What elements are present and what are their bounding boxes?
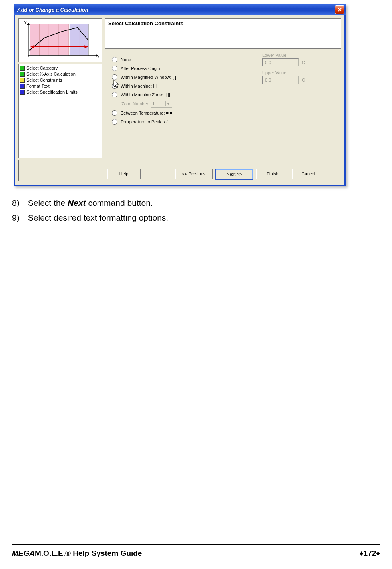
lower-value-unit: C — [302, 60, 305, 65]
zone-number-row: Zone Number 1 ▾ — [121, 99, 338, 109]
radio-label: Between Temperature: = = — [121, 111, 172, 115]
radio-icon[interactable] — [112, 92, 117, 97]
chevron-down-icon: ▾ — [165, 101, 171, 106]
instruction-text: 8) Select the Next command button. 9) Se… — [12, 197, 380, 224]
wizard-steps-list: Select Category Select X-Axis Calculatio… — [18, 64, 102, 158]
footer-rule — [12, 544, 380, 546]
step-color-icon — [20, 90, 25, 95]
radio-option-within-machine-zone[interactable]: Within Machine Zone: || || — [112, 90, 338, 99]
step-color-icon — [20, 78, 25, 83]
step-label: Format Text — [26, 83, 50, 89]
step-text: Select the — [28, 198, 68, 207]
step-color-icon — [20, 66, 25, 71]
step-label: Select X-Axis Calculation — [26, 71, 76, 77]
zone-number-value: 1 — [152, 101, 155, 106]
radio-icon[interactable] — [112, 119, 117, 125]
next-button[interactable]: Next >> — [215, 169, 253, 180]
wizard-dialog: Add or Change a Calculation ✕ Y X — [14, 4, 346, 186]
zone-number-label: Zone Number — [121, 101, 148, 106]
step-text: command button. — [86, 198, 153, 207]
step-label: Select Specification Limits — [26, 89, 78, 95]
page-number: ♦172♦ — [360, 549, 380, 558]
radio-icon[interactable] — [112, 74, 117, 80]
close-icon[interactable]: ✕ — [335, 5, 344, 14]
wizard-step: Select Category — [20, 65, 101, 71]
page-number-value: 172 — [364, 549, 376, 557]
step-label: Select Category — [26, 65, 58, 71]
lower-value-label: Lower Value — [262, 53, 334, 58]
previous-button[interactable]: << Previous — [175, 169, 213, 179]
wizard-main: Select Calculation Constraints None Afte… — [105, 18, 341, 181]
cancel-button[interactable]: Cancel — [292, 169, 325, 179]
upper-value-unit: C — [302, 78, 305, 82]
upper-value-label: Upper Value — [262, 70, 334, 75]
footer-title-rest: M.O.L.E.® Help System Guide — [35, 549, 142, 557]
radio-icon[interactable] — [112, 57, 117, 62]
panel-heading: Select Calculation Constraints — [105, 18, 341, 49]
diamond-icon: ♦ — [376, 549, 380, 557]
lower-value: 0.0 — [265, 60, 271, 65]
dialog-body: Y X — [14, 15, 346, 186]
upper-value: 0.0 — [265, 78, 271, 82]
titlebar[interactable]: Add or Change a Calculation ✕ — [14, 4, 346, 15]
svg-point-16 — [29, 49, 31, 51]
radio-icon[interactable] — [112, 83, 117, 89]
step-number: 9) — [12, 211, 26, 225]
wizard-step: Select X-Axis Calculation — [20, 71, 101, 77]
footer-title-em: MEGA — [12, 549, 35, 557]
step-bold: Next — [68, 198, 86, 207]
hint-panel — [18, 160, 102, 181]
lower-value-field[interactable]: 0.0 — [262, 58, 299, 66]
radio-option-temperature-to-peak[interactable]: Temperature to Peak: / / — [112, 117, 338, 126]
svg-point-17 — [77, 27, 78, 28]
finish-button[interactable]: Finish — [256, 169, 289, 179]
upper-value-block: Upper Value 0.0 C — [262, 70, 334, 84]
wizard-step: Select Specification Limits — [20, 89, 101, 95]
radio-icon[interactable] — [112, 66, 117, 71]
value-fields: Lower Value 0.0 C Upper Value 0.0 C — [262, 53, 334, 88]
button-row: Help << Previous Next >> Finish Cancel — [105, 165, 341, 181]
wizard-step: Select Constraints — [20, 77, 101, 83]
step-text: Select desired text formatting options. — [28, 213, 168, 222]
step-label: Select Constraints — [26, 77, 62, 83]
radio-label: Within Machine: | | — [121, 84, 157, 88]
radio-icon[interactable] — [112, 110, 117, 116]
step-color-icon — [20, 84, 25, 89]
svg-rect-3 — [30, 24, 69, 55]
page-footer: MEGAM.O.L.E.® Help System Guide ♦172♦ — [12, 544, 380, 558]
wizard-sidebar: Y X — [18, 18, 102, 181]
help-button[interactable]: Help — [107, 169, 141, 179]
footer-rule — [12, 547, 380, 547]
preview-graph: Y X — [18, 18, 102, 62]
window-title: Add or Change a Calculation — [17, 7, 335, 13]
constraints-options: None After Process Origin: | Within Magn… — [105, 49, 341, 165]
radio-label: Within Machine Zone: || || — [121, 92, 170, 97]
radio-label: After Process Origin: | — [121, 66, 163, 71]
footer-title: MEGAM.O.L.E.® Help System Guide — [12, 549, 142, 558]
radio-label: None — [121, 57, 131, 62]
radio-option-between-temperature[interactable]: Between Temperature: = = — [112, 109, 338, 117]
diamond-icon: ♦ — [360, 549, 364, 557]
wizard-step: Format Text — [20, 83, 101, 89]
step-8: 8) Select the Next command button. — [12, 197, 380, 210]
step-color-icon — [20, 72, 25, 77]
radio-label: Temperature to Peak: / / — [121, 119, 167, 124]
lower-value-block: Lower Value 0.0 C — [262, 53, 334, 66]
svg-text:Y: Y — [24, 20, 27, 24]
radio-label: Within Magnified Window: [ ] — [121, 75, 176, 80]
upper-value-field[interactable]: 0.0 — [262, 76, 299, 84]
step-number: 8) — [12, 197, 26, 210]
zone-number-select[interactable]: 1 ▾ — [151, 100, 172, 108]
step-9: 9) Select desired text formatting option… — [12, 211, 380, 225]
